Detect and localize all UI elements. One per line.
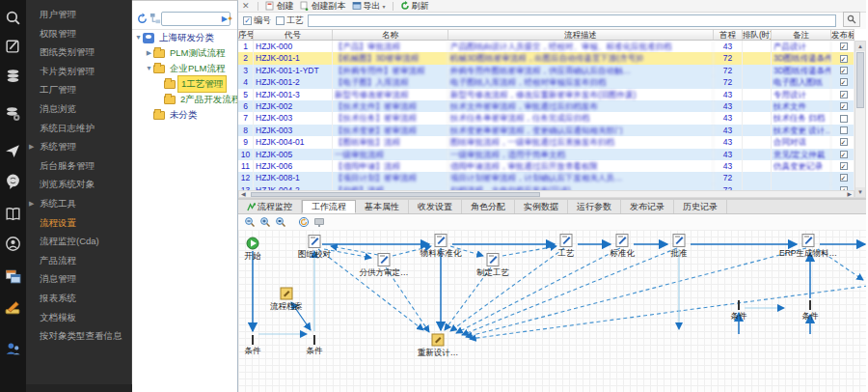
- tab-运行参数[interactable]: 运行参数: [568, 200, 621, 213]
- table-row[interactable]: 11HZJK-006【借阅申请】流程借阅申请流程，审批通过后开放查看权限43仿真…: [238, 160, 854, 172]
- zoom-fit-icon[interactable]: [275, 216, 286, 228]
- approve-node[interactable]: 批准: [670, 235, 689, 259]
- overview-icon[interactable]: [313, 216, 325, 228]
- table-row[interactable]: 9HZJK-004-01【图纸审批】流程图纸审批流程，一级审批通过后直接发布归档…: [238, 136, 854, 148]
- tree-node-2[interactable]: ▶PLM测试流程: [132, 45, 237, 61]
- tab-流程监控[interactable]: 流程监控: [238, 200, 302, 213]
- publish-flag-checkbox[interactable]: [840, 67, 848, 74]
- scroll-up-icon[interactable]: ▲: [855, 42, 865, 51]
- send-icon[interactable]: [4, 142, 22, 160]
- publish-flag-checkbox[interactable]: [840, 91, 848, 98]
- design-tools-icon[interactable]: [4, 299, 22, 318]
- sidebar-item-9[interactable]: 后台服务管理: [26, 156, 131, 176]
- tree-twisty-icon[interactable]: ▶: [145, 45, 153, 61]
- sidebar-item-8[interactable]: ▶系统管理: [26, 137, 131, 156]
- sidebar-item-10[interactable]: 浏览系统对象: [26, 175, 131, 194]
- tree-twisty-icon[interactable]: ▼: [145, 61, 153, 76]
- column-header-代号[interactable]: 代号: [254, 30, 333, 40]
- tab-收发设置[interactable]: 收发设置: [409, 200, 462, 213]
- filter-process-checkbox[interactable]: [276, 16, 285, 25]
- publish-flag-checkbox[interactable]: [840, 138, 848, 146]
- scroll-right-icon[interactable]: ▶: [847, 191, 852, 198]
- tab-实例数据[interactable]: 实例数据: [515, 200, 568, 213]
- sidebar-item-12[interactable]: 流程设置: [26, 213, 131, 233]
- tree-search-input[interactable]: [161, 12, 231, 26]
- zoom-out-icon[interactable]: [244, 216, 256, 228]
- table-row[interactable]: 12HZJK-008-1【项目计划】签审流程项目计划签审流程，计划确认后下发相关…: [238, 172, 854, 183]
- material-std-node[interactable]: 物料标准化: [420, 235, 462, 259]
- refresh-button[interactable]: 刷新: [397, 0, 432, 13]
- close-icon[interactable]: ✕: [238, 1, 254, 11]
- column-header-排队(时)[interactable]: 排队(时): [743, 30, 772, 40]
- table-row[interactable]: 2HZJK-001-1【机械图】3D签审流程机械3D图纸签审流程，出图后自动传递…: [238, 52, 854, 64]
- tab-工作流程[interactable]: 工作流程: [302, 200, 356, 213]
- table-row[interactable]: 7HZJK-003【技术任务】签审流程技术任务单签审流程，任务完成后归档43技术…: [238, 112, 854, 124]
- tree-node-1[interactable]: ▼上海研发分类: [132, 30, 237, 45]
- support-icon[interactable]: [4, 235, 22, 253]
- tree-twisty-icon[interactable]: ▼: [134, 30, 143, 45]
- message-icon[interactable]: [4, 172, 22, 190]
- sidebar-item-15[interactable]: 消息管理: [26, 269, 131, 289]
- table-row[interactable]: 8HZJK-003【技术变更】签审流程技术变更单签审流程，变更确认后通知相关部门…: [238, 125, 854, 136]
- vertical-scroll-thumb[interactable]: [856, 52, 864, 108]
- condition4-node[interactable]: 条件: [802, 300, 820, 321]
- table-search-button[interactable]: [843, 12, 860, 27]
- publish-flag-checkbox[interactable]: [840, 102, 848, 110]
- column-header-流程描述[interactable]: 流程描述: [448, 30, 714, 40]
- table-row[interactable]: 5HZJK-001-3新型号修改签审流程新型号修改流程，修改后重新签审并发布(旧…: [238, 89, 854, 100]
- sidebar-item-13[interactable]: 流程监控(Cda): [26, 232, 131, 251]
- publish-flag-checkbox[interactable]: [840, 126, 848, 134]
- database-icon[interactable]: [4, 67, 22, 85]
- library-icon[interactable]: [4, 205, 22, 223]
- table-row[interactable]: 6HZJK-002【技术文件】签审流程技术文件签审流程，审批通过后归档发布43技…: [238, 100, 854, 112]
- sidebar-item-2[interactable]: 权限管理: [26, 24, 131, 43]
- publish-flag-checkbox[interactable]: [840, 42, 848, 50]
- scroll-left-icon[interactable]: ◀: [241, 191, 246, 198]
- publish-flag-checkbox[interactable]: [840, 55, 848, 63]
- horizontal-scroll-thumb[interactable]: [251, 192, 540, 198]
- sidebar-item-7[interactable]: 系统日志维护: [26, 119, 131, 138]
- scroll-down-icon[interactable]: ▼: [855, 187, 865, 197]
- column-header-名称[interactable]: 名称: [333, 30, 448, 40]
- search-icon[interactable]: [4, 9, 22, 27]
- proofread-node[interactable]: 图纸校对: [298, 236, 332, 260]
- publish-flag-checkbox[interactable]: [840, 174, 848, 182]
- filter-code-checkbox[interactable]: [243, 16, 252, 25]
- sidebar-item-16[interactable]: 报表系统: [26, 289, 131, 308]
- archive-node[interactable]: 流程档案: [270, 288, 303, 311]
- tree-node-6[interactable]: 未分类: [132, 107, 237, 123]
- filter-input[interactable]: [308, 14, 836, 27]
- create-copy-button[interactable]: 创建副本: [297, 0, 349, 13]
- tree-search-filter-icon[interactable]: ✦: [227, 14, 233, 23]
- column-header-序号[interactable]: 序号: [238, 30, 254, 40]
- start-node[interactable]: 开始: [245, 238, 262, 261]
- table-row[interactable]: 1HZJK-000【产品】审批流程产品图纸由设计人员提交，经校对、审核、标准化后…: [238, 41, 854, 52]
- condition1-node[interactable]: 条件: [245, 335, 262, 355]
- sidebar-item-1[interactable]: 用户管理: [26, 5, 131, 24]
- process-node[interactable]: 工艺: [557, 235, 576, 259]
- standardize-node[interactable]: 标准化: [610, 235, 635, 259]
- horizontal-scrollbar[interactable]: ◀ ▶: [238, 190, 854, 198]
- tab-基本属性[interactable]: 基本属性: [356, 200, 409, 213]
- windows-icon[interactable]: [4, 267, 22, 286]
- sidebar-item-18[interactable]: 按对象类型查看信息: [26, 326, 131, 346]
- tree-node-3[interactable]: ▼企业PLM流程: [132, 61, 237, 76]
- condition2-node[interactable]: 条件: [307, 335, 324, 355]
- erp-node[interactable]: ERP生成物料…: [779, 235, 837, 259]
- publish-flag-checkbox[interactable]: [840, 151, 848, 158]
- export-button[interactable]: 导出▾: [349, 0, 389, 13]
- tab-角色分配[interactable]: 角色分配: [462, 200, 515, 213]
- make-process-node[interactable]: 制定工艺: [476, 254, 510, 278]
- publish-flag-checkbox[interactable]: [840, 78, 848, 86]
- refresh-view-icon[interactable]: [298, 216, 310, 228]
- tab-发布记录[interactable]: 发布记录: [621, 200, 674, 213]
- zoom-in-icon[interactable]: [259, 216, 271, 228]
- publish-flag-checkbox[interactable]: [840, 115, 848, 123]
- sidebar-item-11[interactable]: ▶系统工具: [26, 194, 131, 213]
- tree-node-4[interactable]: 1工艺管理: [132, 76, 237, 92]
- tab-历史记录[interactable]: 历史记录: [674, 200, 727, 213]
- column-header-备注[interactable]: 备注: [772, 30, 831, 40]
- sidebar-item-5[interactable]: 工厂管理: [26, 80, 131, 99]
- sidebar-item-17[interactable]: 文档模板: [26, 308, 131, 327]
- edit-icon[interactable]: [4, 37, 22, 55]
